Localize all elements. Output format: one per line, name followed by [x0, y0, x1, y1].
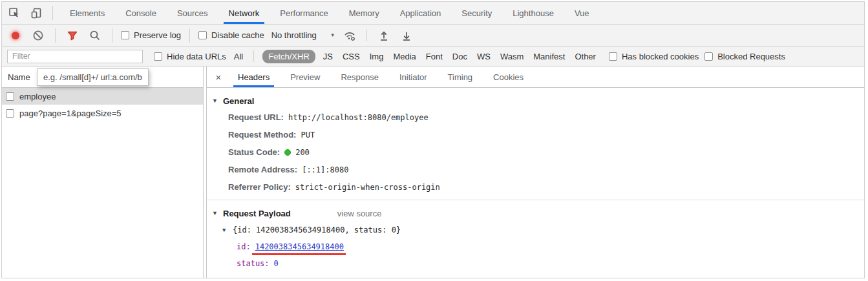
field-value: strict-origin-when-cross-origin: [295, 183, 440, 192]
type-filter-media[interactable]: Media: [391, 50, 418, 63]
request-url-field: Request URL: http://localhost:8080/emplo…: [228, 109, 864, 126]
tab-label: Memory: [349, 8, 379, 18]
general-section-header: General: [212, 93, 864, 109]
tab-label: Timing: [448, 72, 473, 82]
tab-label: Cookies: [493, 72, 524, 82]
tab-network[interactable]: Network: [225, 2, 264, 24]
request-name: page?page=1&pageSize=5: [19, 109, 122, 118]
payload-title: Request Payload: [223, 209, 291, 218]
hide-data-urls-label: Hide data URLs: [167, 52, 226, 61]
chevron-down-icon: [330, 32, 335, 38]
type-filter-wasm[interactable]: Wasm: [498, 50, 525, 63]
type-filter-ws[interactable]: WS: [475, 50, 492, 63]
general-title: General: [223, 96, 254, 106]
type-filter-img[interactable]: Img: [368, 50, 386, 63]
type-filter-fetch-xhr[interactable]: Fetch/XHR: [262, 50, 315, 63]
type-filter-doc[interactable]: Doc: [450, 50, 469, 63]
tab-vue[interactable]: Vue: [571, 2, 593, 24]
network-conditions-icon[interactable]: [341, 27, 358, 44]
tab-elements[interactable]: Elements: [66, 2, 109, 24]
tooltip-text: e.g. /small[d]+/ url:a.com/b: [43, 72, 142, 82]
tab-memory[interactable]: Memory: [345, 2, 383, 24]
type-filter-other[interactable]: Other: [573, 50, 598, 63]
tab-application[interactable]: Application: [396, 2, 445, 24]
disclosure-icon[interactable]: [212, 98, 219, 104]
hide-data-urls-checkbox[interactable]: [154, 52, 162, 61]
import-har-icon[interactable]: [376, 27, 392, 44]
filter-input[interactable]: [7, 50, 143, 63]
payload-key: status:: [237, 259, 270, 268]
tab-bar-icons: [2, 2, 59, 24]
type-filter-all[interactable]: All: [232, 50, 245, 63]
field-label: Request URL:: [228, 112, 284, 122]
tab-lighthouse[interactable]: Lighthouse: [509, 2, 558, 24]
devtools-window: Elements Console Sources Network Perform…: [1, 1, 865, 278]
tab-console[interactable]: Console: [122, 2, 160, 24]
tab-label: Network: [229, 8, 260, 18]
hide-data-urls-group: Hide data URLs: [154, 52, 226, 61]
has-blocked-cookies-checkbox[interactable]: [609, 52, 617, 61]
search-icon[interactable]: [87, 27, 103, 44]
disable-cache-group: Disable cache: [198, 30, 264, 40]
tab-cookies[interactable]: Cookies: [490, 67, 527, 87]
request-row-employee[interactable]: employee: [2, 88, 203, 105]
tab-initiator[interactable]: Initiator: [396, 67, 430, 87]
tab-security[interactable]: Security: [458, 2, 496, 24]
payload-entry-id: id: 1420038345634918400: [237, 238, 864, 255]
has-blocked-cookies-group: Has blocked cookies: [609, 52, 699, 61]
network-main: Name e.g. /small[d]+/ url:a.com/b employ…: [2, 67, 864, 278]
tab-response[interactable]: Response: [337, 67, 382, 87]
divider: [189, 28, 190, 43]
headers-content: General Request URL: http://localhost:80…: [207, 88, 864, 278]
throttling-select[interactable]: No throttling: [271, 30, 335, 40]
details-tab-bar: Headers Preview Response Initiator Timin…: [207, 67, 864, 88]
divider: [112, 28, 112, 43]
filter-funnel-icon[interactable]: [64, 27, 81, 44]
field-value: http://localhost:8080/employee: [288, 113, 429, 122]
type-filter-js[interactable]: JS: [321, 50, 335, 63]
tab-label: Security: [461, 8, 492, 18]
type-filter-manifest[interactable]: Manifest: [531, 50, 567, 63]
filter-hint-tooltip: e.g. /small[d]+/ url:a.com/b: [37, 68, 149, 86]
field-label: Status Code:: [228, 147, 280, 157]
payload-key: id:: [237, 242, 251, 251]
type-filter-font[interactable]: Font: [424, 50, 445, 63]
clear-icon[interactable]: [30, 27, 47, 44]
close-icon[interactable]: [209, 67, 228, 87]
disclosure-icon[interactable]: [212, 210, 219, 216]
tab-label: Elements: [70, 8, 105, 18]
field-value: [::1]:8080: [302, 165, 348, 174]
disable-cache-checkbox[interactable]: [198, 31, 207, 39]
field-label: Request Method:: [228, 130, 296, 140]
tab-sources[interactable]: Sources: [173, 2, 212, 24]
disclosure-icon[interactable]: [222, 227, 229, 233]
tab-label: Performance: [280, 8, 328, 18]
payload-preview-row: {id: 1420038345634918400, status: 0}: [222, 221, 864, 238]
type-filter-css[interactable]: CSS: [341, 50, 362, 63]
tab-label: Headers: [238, 72, 270, 82]
device-toolbar-icon[interactable]: [28, 5, 45, 21]
request-row-checkbox[interactable]: [6, 92, 14, 101]
tab-label: Sources: [177, 8, 208, 18]
payload-section-header: Request Payload view source: [212, 205, 864, 221]
export-har-icon[interactable]: [398, 27, 415, 44]
payload-value-status: 0: [274, 259, 279, 268]
tab-preview[interactable]: Preview: [287, 67, 323, 87]
payload-value-id[interactable]: 1420038345634918400: [255, 242, 344, 251]
inspect-element-icon[interactable]: [6, 5, 23, 21]
request-row-page[interactable]: page?page=1&pageSize=5: [2, 105, 203, 121]
request-row-checkbox[interactable]: [6, 109, 14, 118]
divider: [253, 50, 254, 62]
tab-timing[interactable]: Timing: [445, 67, 476, 87]
tab-headers[interactable]: Headers: [235, 67, 273, 87]
status-code-field: Status Code: 200: [228, 143, 864, 161]
blocked-requests-checkbox[interactable]: [704, 52, 713, 61]
preserve-log-checkbox[interactable]: [121, 31, 129, 39]
record-icon[interactable]: [12, 32, 19, 39]
request-method-field: Request Method: PUT: [228, 126, 864, 143]
field-value: PUT: [301, 130, 315, 140]
tab-performance[interactable]: Performance: [276, 2, 332, 24]
view-source-link[interactable]: view source: [337, 209, 382, 218]
status-ok-icon: [284, 149, 291, 156]
referrer-policy-field: Referrer Policy: strict-origin-when-cros…: [228, 178, 864, 196]
